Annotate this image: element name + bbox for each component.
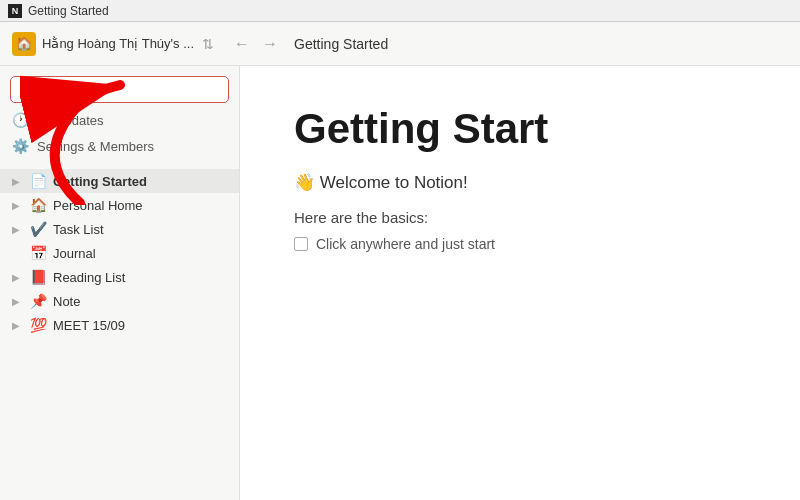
sidebar-item-reading-list[interactable]: ▶ 📕 Reading List bbox=[0, 265, 239, 289]
page-label: Getting Started bbox=[53, 174, 147, 189]
basics-text: Here are the basics: bbox=[294, 209, 750, 226]
toggle-icon: ▶ bbox=[8, 272, 24, 283]
settings-label: Settings & Members bbox=[37, 139, 154, 154]
sidebar: 🔍 Quick Find 🕐 All Updates ⚙️ Settings &… bbox=[0, 66, 240, 500]
welcome-text: 👋 Welcome to Notion! bbox=[294, 172, 750, 193]
toggle-icon: ▶ bbox=[8, 200, 24, 211]
sidebar-item-getting-started[interactable]: ▶ 📄 Getting Started bbox=[0, 169, 239, 193]
toggle-icon: ▶ bbox=[8, 176, 24, 187]
sidebar-item-journal[interactable]: ▶ 📅 Journal bbox=[0, 241, 239, 265]
checkbox[interactable] bbox=[294, 237, 308, 251]
clock-icon: 🕐 bbox=[12, 112, 29, 128]
page-label: Journal bbox=[53, 246, 96, 261]
toggle-icon: ▶ bbox=[8, 296, 24, 307]
page-emoji: 📕 bbox=[30, 269, 47, 285]
page-emoji: 💯 bbox=[30, 317, 47, 333]
page-emoji: 📌 bbox=[30, 293, 47, 309]
gear-icon: ⚙️ bbox=[12, 138, 29, 154]
app-container: 🏠 Hằng Hoàng Thị Thúy's ... ⇅ ← → Gettin… bbox=[0, 22, 800, 500]
page-label: Personal Home bbox=[53, 198, 143, 213]
page-label: Note bbox=[53, 294, 80, 309]
workspace-info[interactable]: 🏠 Hằng Hoàng Thị Thúy's ... ⇅ bbox=[12, 32, 214, 56]
workspace-chevron-icon: ⇅ bbox=[202, 36, 214, 52]
forward-button[interactable]: → bbox=[258, 33, 282, 55]
page-emoji: 📄 bbox=[30, 173, 47, 189]
page-emoji: ✔️ bbox=[30, 221, 47, 237]
main-area: 🔍 Quick Find 🕐 All Updates ⚙️ Settings &… bbox=[0, 66, 800, 500]
page-emoji: 📅 bbox=[30, 245, 47, 261]
app-icon: N bbox=[8, 4, 22, 18]
checkbox-row: Click anywhere and just start bbox=[294, 236, 750, 252]
quick-find-button[interactable]: 🔍 Quick Find bbox=[10, 76, 229, 103]
sidebar-item-meet[interactable]: ▶ 💯 MEET 15/09 bbox=[0, 313, 239, 337]
page-title: Getting Start bbox=[294, 106, 750, 152]
checkbox-label: Click anywhere and just start bbox=[316, 236, 495, 252]
nav-arrows: ← → bbox=[230, 33, 282, 55]
page-label: Reading List bbox=[53, 270, 125, 285]
back-button[interactable]: ← bbox=[230, 33, 254, 55]
search-icon: 🔍 bbox=[21, 82, 37, 97]
content-area: Getting Start 👋 Welcome to Notion! Here … bbox=[244, 66, 800, 500]
title-bar: N Getting Started bbox=[0, 0, 800, 22]
page-label: Task List bbox=[53, 222, 104, 237]
page-label: MEET 15/09 bbox=[53, 318, 125, 333]
workspace-avatar: 🏠 bbox=[12, 32, 36, 56]
page-emoji: 🏠 bbox=[30, 197, 47, 213]
all-updates-label: All Updates bbox=[37, 113, 103, 128]
toggle-icon: ▶ bbox=[8, 224, 24, 235]
sidebar-item-task-list[interactable]: ▶ ✔️ Task List bbox=[0, 217, 239, 241]
workspace-name: Hằng Hoàng Thị Thúy's ... bbox=[42, 36, 194, 51]
top-nav: 🏠 Hằng Hoàng Thị Thúy's ... ⇅ ← → Gettin… bbox=[0, 22, 800, 66]
quick-find-label: Quick Find bbox=[45, 82, 107, 97]
sidebar-item-note[interactable]: ▶ 📌 Note bbox=[0, 289, 239, 313]
toggle-icon: ▶ bbox=[8, 320, 24, 331]
all-updates-item[interactable]: 🕐 All Updates bbox=[0, 107, 239, 133]
title-bar-text: Getting Started bbox=[28, 4, 109, 18]
settings-members-item[interactable]: ⚙️ Settings & Members bbox=[0, 133, 239, 159]
sidebar-item-personal-home[interactable]: ▶ 🏠 Personal Home bbox=[0, 193, 239, 217]
breadcrumb: Getting Started bbox=[294, 36, 388, 52]
sidebar-divider bbox=[0, 159, 239, 169]
